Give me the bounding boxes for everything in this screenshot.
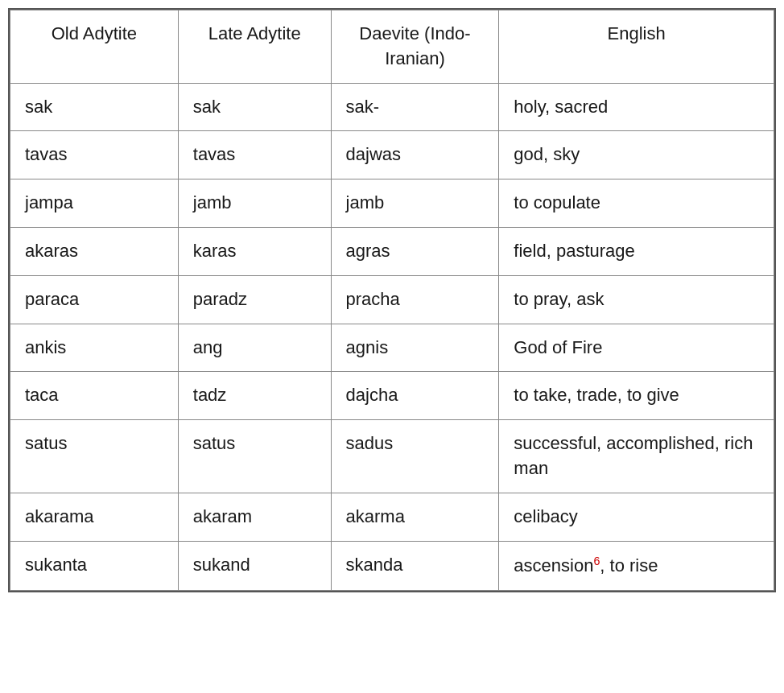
table-row: akaramaakaramakarmacelibacy xyxy=(10,493,774,541)
cell-col2-row-5: ang xyxy=(178,324,331,372)
table-row: akaraskarasagrasfield, pasturage xyxy=(10,227,774,275)
header-english: English xyxy=(499,10,774,84)
table-row: paracaparadzprachato pray, ask xyxy=(10,275,774,324)
cell-col4-row-6: to take, trade, to give xyxy=(499,372,774,420)
cell-col3-row-1: dajwas xyxy=(331,131,499,179)
cell-col2-row-3: karas xyxy=(178,227,331,275)
cell-col1-row-9: sukanta xyxy=(10,541,179,590)
cell-col3-row-2: jamb xyxy=(331,179,499,228)
cell-col1-row-1: tavas xyxy=(10,131,179,179)
cell-col1-row-6: taca xyxy=(10,372,179,420)
cell-col1-row-8: akarama xyxy=(10,493,179,541)
cell-col2-row-0: sak xyxy=(178,83,331,131)
cell-col1-row-7: satus xyxy=(10,420,179,493)
cell-col3-row-0: sak- xyxy=(331,83,499,131)
table-row: ankisangagnisGod of Fire xyxy=(10,324,774,372)
table-row: tavastavasdajwasgod, sky xyxy=(10,131,774,179)
header-late-adytite: Late Adytite xyxy=(178,10,331,84)
cell-col2-row-1: tavas xyxy=(178,131,331,179)
header-old-adytite: Old Adytite xyxy=(10,10,179,84)
cell-col1-row-4: paraca xyxy=(10,275,179,324)
cell-col4-row-7: successful, accomplished, rich man xyxy=(499,420,774,493)
cell-col4-row-5: God of Fire xyxy=(499,324,774,372)
cell-col3-row-4: pracha xyxy=(331,275,499,324)
cell-col4-row-8: celibacy xyxy=(499,493,774,541)
table-row: tacatadzdajchato take, trade, to give xyxy=(10,372,774,420)
cell-col2-row-6: tadz xyxy=(178,372,331,420)
cell-col1-row-2: jampa xyxy=(10,179,179,228)
cell-col1-row-3: akaras xyxy=(10,227,179,275)
header-daevite: Daevite (Indo-Iranian) xyxy=(331,10,499,84)
cell-col3-row-9: skanda xyxy=(331,541,499,590)
cell-col1-row-5: ankis xyxy=(10,324,179,372)
cell-col3-row-7: sadus xyxy=(331,420,499,493)
header-row: Old Adytite Late Adytite Daevite (Indo-I… xyxy=(10,10,774,84)
cell-col4-row-1: god, sky xyxy=(499,131,774,179)
cell-col4-row-2: to copulate xyxy=(499,179,774,228)
table-row: satussatussadussuccessful, accomplished,… xyxy=(10,420,774,493)
cell-col2-row-7: satus xyxy=(178,420,331,493)
table-row: jampajambjambto copulate xyxy=(10,179,774,228)
cell-col2-row-4: paradz xyxy=(178,275,331,324)
cell-col2-row-9: sukand xyxy=(178,541,331,590)
cell-col1-row-0: sak xyxy=(10,83,179,131)
cell-col4-row-3: field, pasturage xyxy=(499,227,774,275)
cell-col2-row-8: akaram xyxy=(178,493,331,541)
cell-col4-row-0: holy, sacred xyxy=(499,83,774,131)
cell-col3-row-3: agras xyxy=(331,227,499,275)
comparison-table: Old Adytite Late Adytite Daevite (Indo-I… xyxy=(8,8,776,592)
cell-col2-row-2: jamb xyxy=(178,179,331,228)
cell-col4-row-4: to pray, ask xyxy=(499,275,774,324)
table-row: sukantasukandskandaascension6, to rise xyxy=(10,541,774,590)
cell-col3-row-6: dajcha xyxy=(331,372,499,420)
cell-col4-row-9: ascension6, to rise xyxy=(499,541,774,590)
cell-col3-row-8: akarma xyxy=(331,493,499,541)
cell-col3-row-5: agnis xyxy=(331,324,499,372)
table-row: saksaksak-holy, sacred xyxy=(10,83,774,131)
